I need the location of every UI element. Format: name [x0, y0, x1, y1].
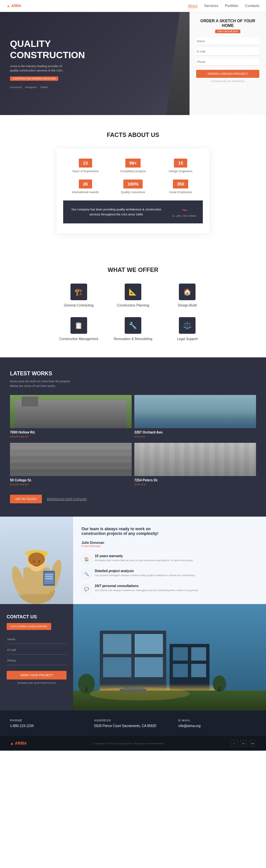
offer-item-1: 📐 Construction Planning	[111, 284, 155, 307]
footer-social-facebook[interactable]: f	[231, 740, 237, 747]
why-feat-2: 💬 24/7 personal consultations Our client…	[82, 584, 258, 594]
offer-item-2: 🏠 Design-Build	[165, 284, 209, 307]
social-twitter[interactable]: Twitter	[40, 86, 48, 89]
footer-address-col: ADDRESS 5626 Pierce Court Sacramento, CA…	[94, 719, 172, 728]
download-catalog-link[interactable]: DOWNLOAD OUR CATALOG	[47, 497, 87, 501]
hero-section: QUALITY CONSTRUCTION Arma is the industr…	[0, 12, 266, 115]
work-info-2: 7254 Peters Dr. OFFICE	[134, 476, 256, 488]
order-submit-button[interactable]: ORDER A DESIGN PROJECT	[196, 70, 259, 78]
footer-email-col: E-MAIL info@arma.org	[179, 719, 256, 728]
work-type-0: HOUSE	[134, 435, 256, 438]
nav-services[interactable]: Services	[204, 4, 218, 8]
works-description: Every year we work on more than 50 proje…	[10, 379, 77, 388]
offer-icon-5: ⚖️	[179, 317, 196, 334]
work-type-1: APARTMENT	[10, 435, 132, 438]
fact-label-3: International Awards	[63, 190, 108, 194]
order-email-input[interactable]	[196, 48, 259, 56]
facts-grid: 13 Years of Experience 99+ Completed pro…	[63, 159, 203, 194]
offer-title: WHAT WE OFFER	[10, 267, 256, 274]
offer-item-0: 🏗️ General Contracting	[57, 284, 101, 307]
facts-signature: 〜 D. LEE, CEO ARMA	[172, 207, 196, 217]
fact-value-3: 26	[79, 180, 92, 188]
why-feat-desc-2: Our clients can always consult our manag…	[95, 588, 198, 592]
footer-email-value: info@arma.org	[179, 724, 256, 728]
why-feat-text-0: 10 years warranty All newly built homes …	[95, 554, 193, 562]
download-example-link[interactable]: DOWNLOAD AN EXAMPLE	[196, 80, 259, 83]
send-project-button[interactable]: SEND YOUR PROJECT	[7, 671, 66, 680]
get-in-touch-button[interactable]: GET IN TOUCH	[10, 495, 42, 503]
svg-rect-19	[135, 634, 163, 654]
fact-item-0: 13 Years of Experience	[63, 159, 108, 173]
why-feat-0: 🏠 10 years warranty All newly built home…	[82, 554, 258, 564]
nav-links: About Services Portfolio Contacts	[188, 4, 259, 8]
fact-item-3: 26 International Awards	[63, 180, 108, 194]
contact-building-image	[73, 604, 266, 710]
contact-email-input[interactable]	[7, 646, 66, 655]
footer-bottom: ▲ ARMA Copyright © 2015 company-name. Al…	[0, 736, 266, 751]
work-address-1: 7690 Hollow Rd.	[10, 430, 132, 434]
offer-item-3: 📋 Construction Management	[57, 317, 101, 341]
works-title: LATEST WORKS	[10, 371, 256, 377]
fact-label-0: Years of Experience	[63, 169, 108, 173]
offer-label-2: Design-Build	[165, 304, 209, 307]
why-features: 🏠 10 years warranty All newly built home…	[82, 554, 258, 594]
footer-phone-value: 1-800-123-1234	[10, 724, 87, 728]
order-phone-input[interactable]	[196, 58, 259, 66]
consultation-button[interactable]: GET A FREE CONSULTATION	[7, 623, 51, 630]
fact-value-4: 100%	[123, 180, 142, 188]
footer-social-linkedin[interactable]: in	[240, 740, 247, 747]
why-feat-desc-1: Our project managers always conduct deep…	[95, 574, 195, 578]
facts-section: FACTS ABOUT US 13 Years of Experience 99…	[0, 115, 266, 250]
offer-grid: 🏗️ General Contracting 📐 Construction Pl…	[57, 284, 209, 341]
work-type-2: OFFICE	[134, 483, 256, 486]
svg-point-8	[33, 560, 35, 563]
hero-description: Arma is the industry leading provider of…	[10, 64, 70, 73]
why-person-name: Julie Donovan	[82, 541, 258, 545]
work-image-3	[10, 443, 132, 476]
svg-rect-21	[135, 657, 163, 677]
building-illustration	[73, 604, 266, 710]
footer-info: PHONE 1-800-123-1234 ADDRESS 5626 Pierce…	[0, 710, 266, 736]
offer-section: WHAT WE OFFER 🏗️ General Contracting 📐 C…	[0, 250, 266, 358]
svg-rect-11	[44, 572, 54, 584]
order-name-input[interactable]	[196, 37, 259, 45]
svg-rect-24	[191, 647, 206, 660]
nav-portfolio[interactable]: Portfolio	[225, 4, 238, 8]
svg-rect-33	[218, 686, 220, 691]
svg-point-34	[90, 687, 189, 701]
work-image-2	[134, 443, 256, 476]
logo-icon: ▲	[7, 4, 10, 8]
svg-rect-18	[103, 634, 131, 654]
order-panel: ORDER A SKETCH OF YOUR HOME ONLY $8 FOR …	[189, 12, 266, 115]
svg-rect-25	[173, 664, 188, 677]
contact-form: SEND YOUR PROJECT DOWNLOAD OUR PORTFOLIO	[7, 635, 66, 684]
why-section: Our team is always ready to work on cons…	[0, 517, 266, 604]
footer-social-twitter[interactable]: tw	[249, 740, 256, 747]
social-facebook[interactable]: Facebook	[10, 86, 22, 89]
footer-phone-label: PHONE	[10, 719, 87, 722]
person-illustration	[0, 518, 73, 604]
signature-name: D. LEE, CEO ARMA	[172, 214, 196, 217]
logo-text: ARMA	[11, 4, 21, 8]
fact-item-4: 100% Quality Assurance	[111, 180, 155, 194]
works-section: LATEST WORKS Every year we work on more …	[0, 358, 266, 517]
why-feat-title-1: Detailed project analysis	[95, 569, 195, 573]
work-address-3: 59 College St.	[10, 478, 132, 483]
offer-label-1: Construction Planning	[111, 304, 155, 307]
contact-phone-input[interactable]	[7, 656, 66, 665]
nav-about[interactable]: About	[188, 4, 198, 8]
contact-name-input[interactable]	[7, 635, 66, 644]
download-portfolio-link[interactable]: DOWNLOAD OUR PORTFOLIO	[7, 682, 66, 684]
svg-point-9	[38, 560, 40, 563]
work-item-3: 59 College St. APARTMENT	[10, 443, 132, 488]
order-badge: ONLY $8 FOR $24!	[215, 30, 240, 33]
footer-address-label: ADDRESS	[94, 719, 172, 722]
work-item-2: 7254 Peters Dr. OFFICE	[134, 443, 256, 488]
why-person-info: Julie Donovan Project Manager	[82, 541, 258, 548]
nav-contacts[interactable]: Contacts	[245, 4, 259, 8]
warranty-icon: 🏠	[82, 554, 91, 564]
social-instagram[interactable]: Instagram	[25, 86, 37, 89]
why-content: Our team is always ready to work on cons…	[73, 517, 266, 604]
order-title: ORDER A SKETCH OF YOUR HOME	[196, 19, 259, 28]
why-feat-1: 🔍 Detailed project analysis Our project …	[82, 569, 258, 579]
